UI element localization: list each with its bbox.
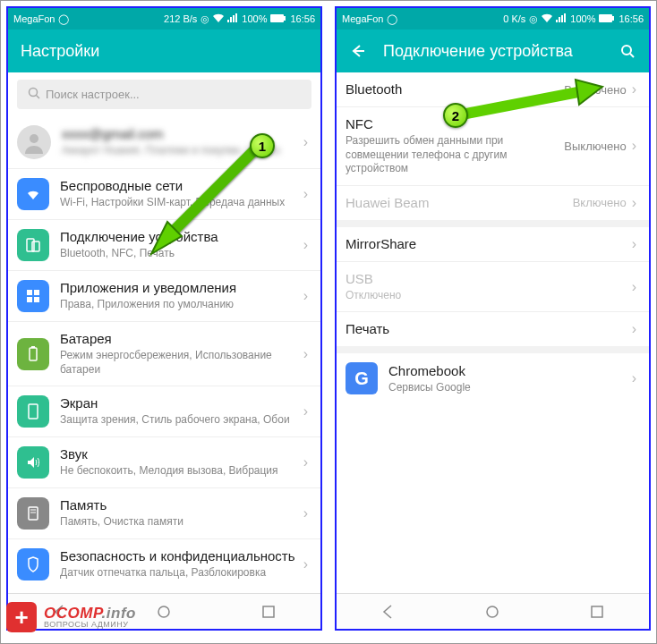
security-icon <box>17 548 49 580</box>
chevron-right-icon: › <box>632 279 636 295</box>
svg-line-3 <box>37 96 40 99</box>
status-bar-right: MegaFon ◯ 0 K/s ◎ 100% 16:56 <box>337 8 649 30</box>
svg-rect-9 <box>27 297 32 302</box>
item-mirrorshare[interactable]: MirrorShare › <box>337 227 649 262</box>
svg-rect-20 <box>612 16 614 21</box>
svg-rect-10 <box>34 297 39 302</box>
item-battery[interactable]: Батарея Режим энергосбережения, Использо… <box>8 322 320 386</box>
avatar-icon <box>17 125 51 159</box>
chevron-right-icon: › <box>632 370 636 386</box>
chevron-right-icon: › <box>303 288 308 304</box>
item-sub: Отключено <box>346 289 627 303</box>
svg-rect-7 <box>27 290 32 295</box>
hotspot-icon: ◎ <box>529 13 538 25</box>
storage-icon <box>17 497 49 530</box>
watermark: + OCOMP.info ВОПРОСЫ АДМИНУ <box>6 602 136 632</box>
item-device-connection[interactable]: Подключение устройства Bluetooth, NFC, П… <box>8 220 320 271</box>
time-label: 16:56 <box>290 13 315 24</box>
battery-icon <box>599 13 615 24</box>
apps-icon <box>17 280 49 312</box>
chevron-right-icon: › <box>632 81 636 97</box>
item-title: Память <box>60 497 298 513</box>
item-value: Включено <box>573 196 627 209</box>
data-speed-label: 0 K/s <box>503 13 525 24</box>
item-title: Беспроводные сети <box>60 178 298 194</box>
item-sub: Wi-Fi, Настройки SIM-карт, Передача данн… <box>60 196 298 210</box>
chevron-right-icon: › <box>303 134 308 150</box>
chevron-right-icon: › <box>303 556 308 572</box>
item-storage[interactable]: Память Память, Очистка памяти › <box>8 488 320 539</box>
search-icon <box>28 87 40 102</box>
item-bluetooth[interactable]: Bluetooth Выключено › <box>337 72 649 107</box>
svg-point-21 <box>622 46 631 55</box>
header-left: Настройки <box>8 30 320 72</box>
svg-point-4 <box>30 134 38 143</box>
svg-rect-8 <box>34 290 39 295</box>
recent-nav-button[interactable] <box>587 602 607 622</box>
item-sub: Датчик отпечатка пальца, Разблокировка <box>60 566 298 580</box>
back-button[interactable] <box>349 42 367 60</box>
item-value: Выключено <box>564 83 626 97</box>
svg-rect-14 <box>29 507 38 520</box>
back-nav-button[interactable] <box>379 602 398 622</box>
item-nfc[interactable]: NFC Разрешить обмен данными при совмещен… <box>337 107 649 186</box>
item-title: Huawei Beam <box>346 195 573 211</box>
watermark-subtitle: ВОПРОСЫ АДМИНУ <box>44 621 136 629</box>
item-sub: Права, Приложения по умолчанию <box>60 298 298 312</box>
plus-icon: + <box>6 602 37 632</box>
svg-rect-11 <box>30 348 37 360</box>
item-title: Подключение устройства <box>60 229 298 245</box>
svg-rect-18 <box>263 606 274 617</box>
status-bar-left: MegaFon ◯ 212 B/s ◎ 100% 16:56 <box>8 8 320 30</box>
svg-rect-6 <box>32 242 39 251</box>
header-right: Подключение устройства <box>337 30 649 72</box>
item-title: Безопасность и конфиденциальность <box>60 548 298 564</box>
carrier-ring-icon: ◯ <box>58 13 69 25</box>
item-security[interactable]: Безопасность и конфиденциальность Датчик… <box>8 539 320 589</box>
item-sub: Режим энергосбережения, Использование ба… <box>60 349 298 377</box>
item-display[interactable]: Экран Защита зрения, Стиль рабочего экра… <box>8 386 320 437</box>
search-placeholder: Поиск настроек... <box>46 88 140 101</box>
svg-rect-1 <box>284 16 286 21</box>
battery-label: 100% <box>242 13 267 24</box>
search-button[interactable] <box>619 42 636 60</box>
signal-icon <box>227 13 238 24</box>
home-nav-button[interactable] <box>482 602 502 622</box>
carrier-label: MegaFon <box>13 13 55 24</box>
item-usb: USB Отключено › <box>337 262 649 313</box>
search-input[interactable]: Поиск настроек... <box>17 80 311 109</box>
item-title: Звук <box>60 446 298 462</box>
svg-point-23 <box>487 606 498 617</box>
carrier-label: MegaFon <box>342 13 383 24</box>
item-chromebook[interactable]: G Chromebook Сервисы Google › <box>337 353 649 403</box>
time-label: 16:56 <box>619 13 644 24</box>
item-apps[interactable]: Приложения и уведомления Права, Приложен… <box>8 271 320 322</box>
battery-icon <box>270 13 286 24</box>
settings-list: xxxx@gmail.com Аккаунт Huawei. Платежи и… <box>8 116 320 593</box>
callout-2: 2 <box>443 103 468 128</box>
google-icon: G <box>346 362 378 394</box>
svg-point-17 <box>158 606 169 617</box>
item-title: Экран <box>60 395 298 411</box>
signal-icon <box>556 13 567 24</box>
home-nav-button[interactable] <box>154 602 174 622</box>
item-wireless[interactable]: Беспроводные сети Wi-Fi, Настройки SIM-к… <box>8 169 320 220</box>
item-sub: Сервисы Google <box>388 381 627 395</box>
item-title: Печать <box>346 321 627 337</box>
item-print[interactable]: Печать › <box>337 312 649 353</box>
wifi-settings-icon <box>17 178 49 210</box>
item-sub: Не беспокоить, Мелодия вызова, Вибрация <box>60 464 298 479</box>
svg-rect-13 <box>29 404 38 419</box>
chevron-right-icon: › <box>632 236 636 252</box>
item-sub: Разрешить обмен данными при совмещении т… <box>346 134 564 176</box>
chevron-right-icon: › <box>303 403 308 419</box>
item-sound[interactable]: Звук Не беспокоить, Мелодия вызова, Вибр… <box>8 437 320 488</box>
item-sub: Bluetooth, NFC, Печать <box>60 247 298 261</box>
svg-rect-24 <box>592 606 602 617</box>
svg-line-22 <box>630 54 634 57</box>
device-connection-icon <box>17 229 49 261</box>
item-title: Chromebook <box>388 363 627 379</box>
chevron-right-icon: › <box>303 237 308 253</box>
chevron-right-icon: › <box>303 505 308 521</box>
recent-nav-button[interactable] <box>259 602 278 622</box>
